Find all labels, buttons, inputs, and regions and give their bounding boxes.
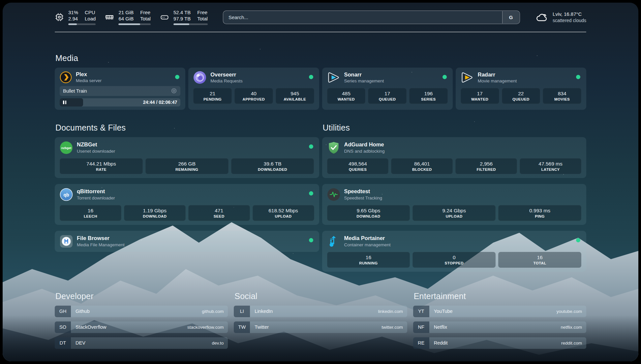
service-card-portainer[interactable]: Media Portainer Container management 16 …: [322, 231, 587, 272]
stat-label: PENDING: [203, 97, 222, 101]
filebrowser-icon: [60, 235, 73, 248]
bookmark-link[interactable]: RE Reddit reddit.com: [413, 337, 586, 349]
stat-block: 618.52 Mbps UPLOAD: [253, 205, 314, 221]
service-card-sonarr[interactable]: Sonarr Series management 485 WANTED: [322, 68, 453, 110]
bookmark-url: reddit.com: [561, 341, 582, 346]
stat-label: APPROVED: [243, 97, 265, 101]
memory-value-2: 64 GiB: [118, 15, 134, 22]
entertainment-group-title: Entertainment: [414, 291, 586, 301]
stat-value: 834: [558, 91, 566, 97]
bookmark-url: github.com: [202, 309, 224, 314]
stat-value: 744.21 Mbps: [86, 161, 116, 167]
bookmark-abbr: YT: [413, 306, 429, 317]
bookmark-name: Netflix: [434, 324, 447, 330]
bookmark-abbr: LI: [234, 306, 250, 317]
bookmark-link[interactable]: GH Github github.com: [55, 306, 228, 317]
service-card-nzbget[interactable]: nzbget NZBGet Usenet downloader: [55, 137, 319, 178]
service-subtitle: Media File Management: [77, 242, 125, 248]
stat-block: 17 WANTED: [461, 88, 499, 104]
service-card-radarr[interactable]: Radarr Movie management 17 WANTED: [456, 68, 586, 110]
service-card-overseerr[interactable]: Overseerr Media Requests 21 PENDING: [188, 68, 319, 110]
developer-group-title: Developer: [55, 291, 228, 301]
camera-iris-icon: [171, 88, 177, 94]
bookmark-url: stackoverflow.com: [187, 325, 224, 330]
bookmark-link[interactable]: TW Twitter twitter.com: [234, 321, 407, 333]
stat-block: 86,401 BLOCKED: [391, 158, 453, 174]
memory-widget: 21 GiB 64 GiB Free Total: [105, 9, 151, 25]
service-card-adguard[interactable]: AdGuard Home DNS and adblocking 498,564 …: [322, 137, 587, 178]
stat-label: QUEUED: [512, 97, 530, 101]
bookmark-link[interactable]: YT YouTube youtube.com: [413, 306, 586, 317]
memory-label-2: Total: [140, 15, 151, 22]
stat-label: QUEUED: [379, 97, 396, 101]
bookmark-name: Twitter: [255, 324, 269, 330]
stat-value: 9.65 Gbps: [357, 208, 381, 214]
stat-value: 618.52 Mbps: [268, 208, 298, 214]
memory-progress-fill: [118, 23, 140, 25]
disk-progress-track: [173, 23, 208, 25]
bookmark-link[interactable]: LI LinkedIn linkedin.com: [234, 306, 407, 317]
service-card-speedtest[interactable]: Speedtest Speedtest Tracking 9.65 Gbps D…: [322, 184, 587, 225]
service-stats: 16 RUNNING 0 STOPPED 16 TOTAL: [327, 252, 582, 268]
stat-block: 9.24 Gbps UPLOAD: [412, 205, 496, 221]
memory-icon: [105, 13, 114, 22]
stat-label: QUERIES: [349, 167, 367, 171]
svg-text:nzbget: nzbget: [61, 146, 72, 149]
cpu-label-1: CPU: [85, 9, 96, 15]
stat-value: 498,564: [349, 161, 367, 167]
service-name: Media Portainer: [344, 235, 391, 242]
search-input[interactable]: [223, 11, 520, 24]
stat-block: 16 TOTAL: [498, 252, 581, 268]
disk-widget: 52.4 TB 97.9 TB Free Total: [160, 9, 208, 25]
stat-label: LATENCY: [541, 167, 560, 171]
stat-value: 16: [366, 255, 371, 260]
stat-label: TOTAL: [533, 261, 546, 265]
stat-value: 945: [290, 91, 299, 97]
bookmark-link[interactable]: NF Netflix netflix.com: [413, 321, 586, 333]
radarr-icon: [461, 71, 474, 84]
stat-value: 17: [384, 91, 390, 97]
service-card-filebrowser[interactable]: File Browser Media File Management: [55, 231, 319, 252]
service-card-qbittorrent[interactable]: qb qBittorrent Torrent downloader 16: [55, 184, 319, 225]
stat-label: REMAINING: [175, 167, 198, 171]
status-dot: [309, 238, 313, 242]
service-stats: 16 LEECH 1.19 Gbps DOWNLOAD 471 SE: [60, 205, 314, 221]
bookmark-abbr: DT: [55, 337, 71, 349]
service-stats: 744.21 Mbps RATE 266 GB REMAINING: [60, 158, 314, 174]
stat-block: 17 QUEUED: [368, 88, 407, 104]
bookmark-abbr: NF: [413, 321, 429, 333]
stat-value: 0.993 ms: [529, 208, 550, 214]
bookmark-url: linkedin.com: [378, 309, 403, 314]
search-provider-button[interactable]: G: [502, 11, 519, 23]
bookmark-link[interactable]: DT DEV dev.to: [55, 337, 228, 349]
stat-block: 945 AVAILABLE: [276, 88, 314, 104]
service-name: NZBGet: [77, 141, 115, 148]
stat-block: 1.19 Gbps DOWNLOAD: [124, 205, 186, 221]
stat-block: 485 WANTED: [327, 88, 366, 104]
stat-label: SERIES: [421, 97, 436, 101]
cpu-value-2: 2.94: [68, 15, 78, 22]
service-card-plex[interactable]: Plex Media server Bullet Train: [55, 68, 185, 110]
stat-label: RATE: [96, 167, 107, 171]
stat-label: SEED: [214, 214, 225, 218]
stat-value: 21: [210, 91, 215, 97]
status-dot: [309, 191, 313, 196]
stat-value: 16: [88, 208, 93, 214]
stat-block: 39.6 TB DOWNLOADED: [231, 158, 314, 174]
bookmark-link[interactable]: SO StackOverflow stackoverflow.com: [55, 321, 228, 333]
stat-label: PING: [535, 214, 545, 218]
playback-progress-bar: 24:44 / 02:06:47: [60, 98, 180, 106]
service-subtitle: Usenet downloader: [77, 148, 115, 154]
cpu-label-2: Load: [85, 15, 96, 22]
service-stats: 9.65 Gbps DOWNLOAD 9.24 Gbps UPLOAD 0.99…: [327, 205, 582, 221]
stat-label: LEECH: [84, 214, 97, 218]
service-subtitle: Container management: [344, 242, 391, 248]
stat-value: 471: [215, 208, 223, 214]
stat-block: 744.21 Mbps RATE: [60, 158, 143, 174]
snow-specks: [3, 3, 3, 3]
stat-value: 17: [477, 91, 483, 97]
stat-value: 39.6 TB: [264, 161, 282, 167]
disk-progress-fill: [173, 23, 189, 25]
stat-value: 22: [518, 91, 524, 97]
cloud-icon: [535, 11, 548, 24]
